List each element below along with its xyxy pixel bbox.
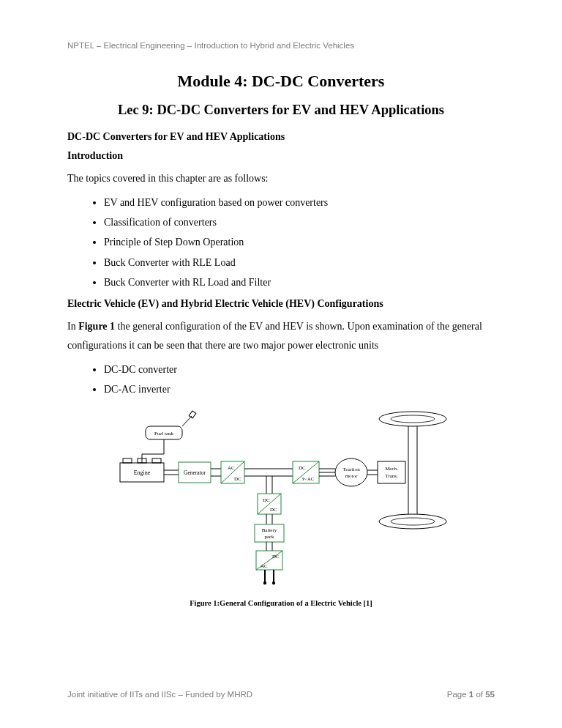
body-paragraph: In Figure 1 the general configuration of…	[67, 317, 495, 355]
list-item: Buck Converter with RL Load and Filter	[104, 272, 495, 292]
svg-point-1	[391, 415, 435, 423]
page-pre: Page	[447, 690, 469, 699]
module-title: Module 4: DC-DC Converters	[67, 72, 495, 91]
figure-caption: Figure 1:General Configuration of a Elec…	[190, 599, 372, 607]
dcac2-top-label: DC	[272, 554, 280, 560]
battery-label: Battery	[262, 527, 277, 533]
figure-1: Fuel tank Engine Generator	[67, 406, 495, 607]
header-meta: NPTEL – Electrical Engineering – Introdu…	[67, 41, 495, 50]
svg-point-32	[335, 458, 367, 486]
svg-rect-13	[123, 458, 132, 463]
traction-label2: motor	[345, 473, 358, 479]
mech-label2: Trans.	[385, 473, 398, 479]
svg-point-48	[272, 582, 275, 584]
page: NPTEL – Electrical Engineering – Introdu…	[0, 0, 562, 728]
acdc-bot-label: DC	[234, 476, 241, 482]
config-heading: Electric Vehicle (EV) and Hybrid Electri…	[67, 298, 495, 310]
list-item: Principle of Step Down Operation	[104, 232, 495, 252]
lecture-title: Lec 9: DC-DC Converters for EV and HEV A…	[67, 103, 495, 118]
list-item: Buck Converter with RLE Load	[104, 253, 495, 272]
mech-label: Mech.	[385, 466, 398, 472]
fuel-tank-label: Fuel tank	[154, 431, 174, 437]
topics-list: EV and HEV configuration based on power …	[67, 193, 495, 292]
wheel-top-icon	[379, 412, 446, 426]
svg-line-7	[182, 416, 192, 426]
engine-label: Engine	[134, 469, 151, 476]
dcac2-bot-label: AC	[261, 563, 268, 569]
generator-label: Generator	[184, 469, 206, 476]
svg-rect-15	[152, 458, 161, 463]
list-item: DC-AC inverter	[104, 379, 495, 399]
wheel-bottom-icon	[379, 514, 446, 529]
dcac-top-label: DC	[299, 465, 306, 471]
intro-text: The topics covered in this chapter are a…	[67, 169, 495, 188]
list-item: DC-DC converter	[104, 360, 495, 379]
para-bold: Figure 1	[78, 321, 115, 332]
acdc-top-label: AC	[228, 465, 235, 471]
footer-page: Page 1 of 55	[447, 690, 495, 699]
list-item: EV and HEV configuration based on power …	[104, 193, 495, 212]
section-heading: DC-DC Converters for EV and HEV Applicat…	[67, 131, 495, 143]
svg-rect-8	[189, 411, 196, 418]
dcdc-top-label: DC	[263, 497, 270, 503]
page-total: 55	[485, 690, 495, 699]
ev-config-diagram: Fuel tank Engine Generator	[105, 406, 457, 596]
page-mid: of	[473, 690, 485, 699]
traction-label: Traction	[342, 467, 360, 472]
svg-point-3	[391, 518, 435, 525]
svg-point-0	[379, 412, 446, 426]
units-list: DC-DC converter DC-AC inverter	[67, 360, 495, 400]
dcac-bot-label: 3~ AC	[301, 476, 314, 481]
svg-point-2	[379, 514, 446, 529]
battery-label2: pack	[264, 534, 274, 540]
para-pre: In	[67, 321, 78, 332]
para-post: the general configuration of the EV and …	[67, 321, 482, 351]
svg-rect-35	[378, 461, 405, 483]
intro-label: Introduction	[67, 150, 495, 162]
footer: Joint initiative of IITs and IISc – Fund…	[67, 690, 495, 699]
svg-point-47	[263, 582, 266, 584]
dcdc-bot-label: DC	[270, 507, 277, 513]
list-item: Classification of converters	[104, 212, 495, 232]
footer-left: Joint initiative of IITs and IISc – Fund…	[67, 690, 252, 699]
